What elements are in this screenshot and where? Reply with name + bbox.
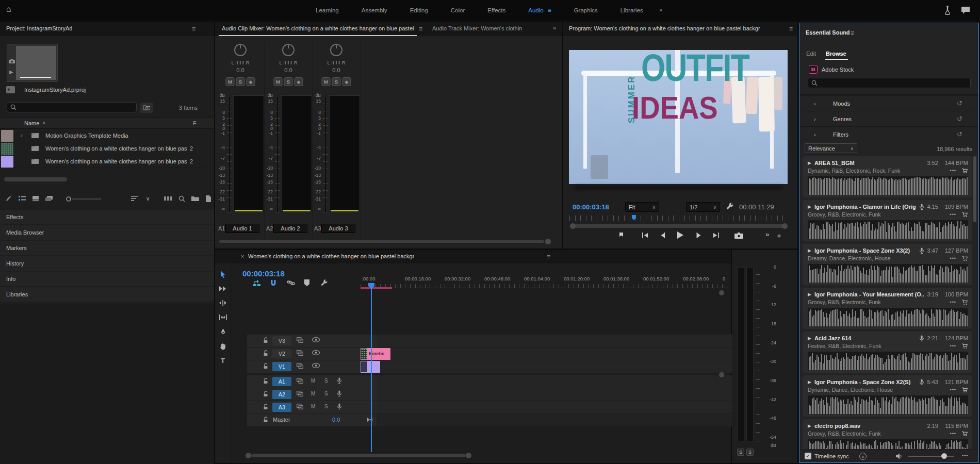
project-item-row[interactable]: › Motion Graphics Template Media: [0, 129, 214, 142]
track-solo-button[interactable]: S: [324, 404, 328, 409]
mixer-hscrollbar[interactable]: [219, 240, 544, 243]
workspace-tab[interactable]: Editing ≡: [410, 7, 428, 13]
audio-track-mixer-tab[interactable]: Audio Track Mixer: Women's clothin: [432, 25, 522, 31]
new-item-icon[interactable]: [203, 193, 214, 204]
timeline-scroll-right-handle[interactable]: [466, 453, 471, 458]
collapsed-panel-tab[interactable]: Effects: [0, 210, 214, 224]
sound-item[interactable]: ▶ Acid Jazz 614 2:21 124 BPM Festive, R&…: [803, 332, 972, 373]
sync-lock-icon[interactable]: [297, 391, 303, 396]
program-current-timecode[interactable]: 00:00:03:18: [573, 203, 609, 211]
solo-button[interactable]: S: [284, 77, 293, 86]
cart-icon[interactable]: [961, 387, 968, 393]
project-list-hscrollbar[interactable]: [4, 177, 67, 181]
expand-chevron-icon[interactable]: ›: [814, 101, 816, 107]
new-bin-icon[interactable]: [189, 193, 201, 204]
audio-track-lane[interactable]: [377, 388, 744, 401]
play-button[interactable]: [677, 231, 683, 239]
track-solo-button[interactable]: S: [324, 378, 328, 384]
workspace-tab[interactable]: Learning ≡: [316, 7, 339, 13]
timeline-clip-video[interactable]: [361, 361, 380, 373]
tab-edit[interactable]: Edit: [806, 51, 816, 57]
volume-fader[interactable]: [323, 97, 328, 212]
expand-chevron-icon[interactable]: ›: [814, 116, 816, 122]
play-icon[interactable]: ▶: [808, 292, 811, 297]
track-mute-button[interactable]: M: [311, 378, 315, 384]
freeform-view-icon[interactable]: [43, 193, 55, 204]
project-item-row[interactable]: › Women's clothing on a white clothes ha…: [0, 142, 214, 155]
mixer-panel-menu-icon[interactable]: ≡: [419, 25, 422, 32]
keyframe-toggle-button[interactable]: ◆: [247, 77, 255, 86]
pan-value[interactable]: 0.0: [217, 67, 264, 73]
more-options-icon[interactable]: •••: [950, 212, 956, 217]
icon-view-icon[interactable]: [30, 193, 41, 204]
video-track-lane[interactable]: [377, 335, 744, 347]
footer-more-icon[interactable]: •••: [962, 453, 968, 458]
name-column-header[interactable]: Name: [24, 120, 39, 126]
thumbnail-image[interactable]: [16, 46, 56, 80]
ripple-edit-tool[interactable]: [217, 299, 228, 307]
track-lock-icon[interactable]: [263, 350, 268, 356]
track-name[interactable]: Audio 1: [225, 224, 259, 233]
beaker-icon[interactable]: [943, 5, 952, 15]
sort-chevron-icon[interactable]: ∨: [142, 193, 154, 204]
mute-button[interactable]: M: [322, 77, 331, 86]
track-lock-icon[interactable]: [263, 337, 268, 343]
pan-knob[interactable]: [330, 44, 342, 56]
play-icon[interactable]: ▶: [808, 204, 811, 209]
program-mini-ruler[interactable]: [569, 216, 788, 221]
sync-lock-icon[interactable]: [297, 350, 303, 356]
results-scrollbar[interactable]: [973, 156, 976, 222]
camera-icon[interactable]: [9, 59, 15, 63]
filter-section-row[interactable]: › Moods ↺: [799, 95, 978, 111]
track-mute-button[interactable]: M: [311, 404, 315, 409]
timeline-current-timecode[interactable]: 00:00:03:18: [242, 269, 285, 278]
workspace-tab[interactable]: Effects ≡: [487, 7, 505, 13]
sound-item[interactable]: ▶ AREA 51_BGM 3:52 144 BPM Dynamic, R&B,…: [803, 156, 972, 197]
sequence-tab[interactable]: Women's clothing on a white clothes hang…: [248, 253, 414, 259]
workspace-tab-menu-icon[interactable]: ≡: [548, 7, 551, 14]
expand-chevron-icon[interactable]: ›: [814, 131, 816, 138]
workspace-tab[interactable]: Color ≡: [451, 7, 465, 13]
playhead-line[interactable]: [371, 283, 372, 452]
solo-button[interactable]: S: [236, 77, 245, 86]
cart-icon[interactable]: [961, 299, 968, 305]
scrollbar-left-handle[interactable]: [570, 223, 576, 229]
mute-button[interactable]: M: [274, 77, 283, 86]
program-hscrollbar[interactable]: [574, 224, 785, 228]
more-options-icon[interactable]: •••: [950, 387, 956, 392]
step-forward-button[interactable]: [696, 233, 703, 238]
add-marker-icon[interactable]: [304, 279, 309, 286]
audio-track-lane[interactable]: [377, 401, 744, 413]
mixer-tab-overflow-icon[interactable]: »: [553, 25, 556, 31]
workspace-tab[interactable]: Graphics ≡: [574, 7, 598, 13]
workspace-tab[interactable]: Libraries ≡: [620, 7, 643, 13]
selection-tool[interactable]: [217, 270, 228, 278]
sound-item[interactable]: ▶ Igor Pumphonia - Glamor in Life (Origi…: [803, 200, 972, 241]
more-options-icon[interactable]: •••: [950, 343, 956, 349]
close-tab-icon[interactable]: ×: [241, 253, 244, 259]
track-name[interactable]: Audio 3: [321, 224, 355, 233]
timeline-vscroll-bottom-handle[interactable]: [719, 372, 724, 377]
project-filename[interactable]: InstagramStoryAd.prproj: [24, 87, 86, 93]
volume-slider-handle[interactable]: [941, 453, 947, 459]
track-target-toggle[interactable]: A1: [272, 377, 291, 386]
keyframe-toggle-button[interactable]: ◆: [295, 77, 303, 86]
pan-bowtie-icon[interactable]: [367, 417, 373, 422]
collapsed-panel-tab[interactable]: History: [0, 256, 214, 271]
play-icon[interactable]: ▶: [808, 379, 811, 385]
timeline-sync-checkbox[interactable]: ✓: [805, 453, 811, 459]
reset-icon[interactable]: ↺: [957, 115, 962, 123]
timeline-scroll-left-handle[interactable]: [246, 453, 251, 458]
linked-selection-icon[interactable]: [287, 279, 295, 286]
project-search-input[interactable]: [7, 102, 137, 112]
track-select-forward-tool[interactable]: [217, 284, 228, 293]
insert-as-nest-icon[interactable]: [253, 280, 261, 287]
filter-section-row[interactable]: › Genres ↺: [799, 111, 978, 126]
track-mute-button[interactable]: M: [311, 391, 315, 396]
expand-chevron-icon[interactable]: ›: [21, 132, 23, 138]
label-color-swatch[interactable]: [1, 143, 13, 155]
program-tab[interactable]: Program: Women's clothing on a white clo…: [569, 25, 760, 31]
audio-clip-mixer-tab[interactable]: Audio Clip Mixer: Women's clothing on a …: [222, 25, 416, 31]
waveform-preview[interactable]: [808, 220, 968, 239]
more-options-icon[interactable]: •••: [950, 168, 956, 173]
